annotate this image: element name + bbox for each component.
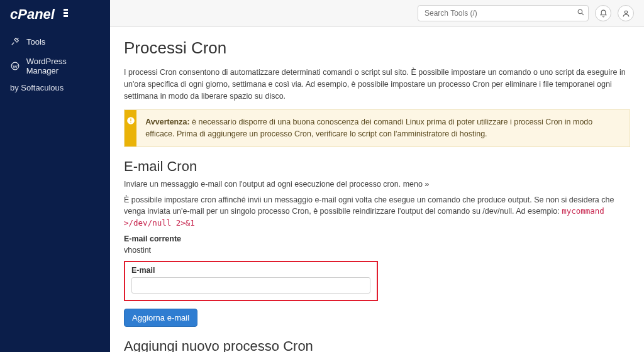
email-input-label: E-mail: [131, 266, 370, 275]
current-email-label: E-mail corrente: [124, 234, 630, 243]
svg-rect-9: [130, 123, 131, 123]
email-input-block: E-mail: [124, 261, 378, 301]
warning-body: Avvertenza: è necessario disporre di una…: [136, 110, 630, 146]
svg-rect-8: [130, 119, 131, 122]
email-field[interactable]: [131, 277, 370, 294]
main-area: Processi Cron I processi Cron consentono…: [110, 0, 644, 352]
sidebar-item-label: WordPress Manager: [26, 57, 100, 75]
sidebar-item-tools[interactable]: Tools: [0, 31, 110, 52]
warning-alert: Avvertenza: è necessario disporre di una…: [124, 109, 630, 147]
wordpress-icon: [10, 61, 20, 71]
search-icon[interactable]: [577, 8, 585, 18]
content: Processi Cron I processi Cron consentono…: [110, 27, 644, 352]
search-wrap: [418, 5, 589, 21]
tools-icon: [10, 36, 20, 47]
current-email-value: vhostint: [124, 246, 630, 255]
page-title: Processi Cron: [124, 38, 630, 58]
search-input[interactable]: [418, 5, 589, 21]
warning-icon: [125, 110, 136, 146]
email-section-title: E-mail Cron: [124, 158, 630, 175]
account-button[interactable]: [618, 5, 634, 21]
add-section-title: Aggiungi nuovo processo Cron: [124, 338, 630, 352]
svg-point-5: [578, 9, 582, 14]
warning-label: Avvertenza:: [145, 118, 189, 126]
svg-rect-1: [64, 9, 68, 11]
svg-point-6: [625, 11, 627, 13]
page-intro: I processi Cron consentono di automatizz…: [124, 67, 630, 102]
email-line1: Inviare un messaggio e-mail con l'output…: [124, 179, 630, 190]
email-line2: È possibile impostare cron affinché invi…: [124, 194, 630, 229]
sidebar-item-label: Tools: [26, 37, 45, 47]
topbar: [110, 0, 644, 27]
notifications-button[interactable]: [595, 5, 611, 21]
svg-text:cPanel: cPanel: [10, 6, 55, 22]
warning-text: è necessario disporre di una buona conos…: [145, 118, 592, 138]
less-toggle-link[interactable]: meno »: [403, 180, 430, 189]
svg-rect-3: [64, 15, 68, 17]
sidebar: cPanel Tools WordPress Manager by Softac…: [0, 0, 110, 352]
svg-rect-2: [64, 12, 68, 14]
cpanel-logo[interactable]: cPanel: [0, 0, 110, 31]
sidebar-item-wordpress-manager[interactable]: WordPress Manager: [0, 52, 110, 80]
sidebar-subtext: by Softaculous: [0, 80, 110, 97]
update-email-button[interactable]: Aggiorna e-mail: [124, 309, 197, 327]
